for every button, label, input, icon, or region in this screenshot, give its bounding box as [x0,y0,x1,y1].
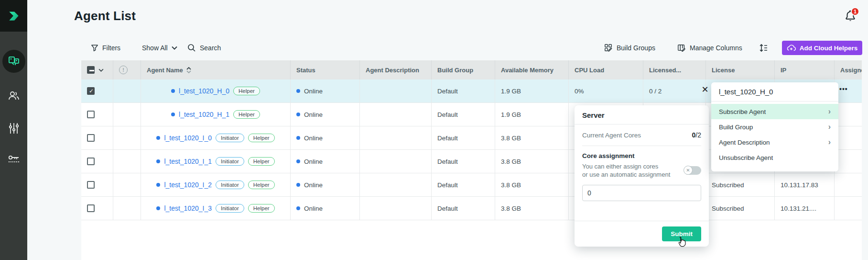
column-header-License[interactable]: License [706,60,775,79]
sidebar-item-license[interactable] [0,154,27,166]
row-checkbox[interactable] [87,111,95,118]
build-group-cell: Default [432,197,495,220]
row-checkbox[interactable] [87,204,95,212]
cores-input[interactable] [582,185,701,201]
agent-row[interactable]: l_test_1020_I_3InitiatorHelperOnlineDefa… [81,197,862,220]
manage-columns-label: Manage Columns [690,44,742,52]
current-cores-label: Current Agent Cores [582,132,641,139]
select-cell [81,150,113,173]
online-dot [296,89,300,93]
submenu-chevron-icon: › [828,107,831,116]
select-cell [81,126,113,149]
column-header-CPU Load[interactable]: CPU Load [569,60,643,79]
initiator-badge: Initiator [216,157,244,166]
column-label: Agent Description [366,67,419,74]
menu-item-label: Subscribe Agent [719,108,766,115]
sidebar-item-agents[interactable] [0,50,27,73]
column-header-Assigned[interactable]: Assigned [835,60,862,79]
submit-button[interactable]: Submit [662,226,701,241]
search-icon [187,44,196,52]
automatic-assignment-toggle[interactable]: ✕ [684,166,701,175]
search-input[interactable]: Search [187,41,221,55]
close-icon[interactable]: ✕ [700,84,710,95]
column-header-select[interactable] [81,60,113,79]
alert-cell [113,126,141,149]
column-header-Status[interactable]: Status [291,60,360,79]
menu-item-agent-description[interactable]: Agent Description› [711,135,838,150]
column-label: CPU Load [575,67,604,74]
licensed-cores-cell: 0 / 2 [643,79,706,102]
row-checkbox[interactable] [87,134,95,142]
agent-name-link[interactable]: l_test_1020_H_1 [179,111,229,118]
column-header-IP[interactable]: IP [775,60,835,79]
column-header-Agent Name[interactable]: Agent Name [141,60,291,79]
core-assignment-description: You can either assign cores or use an au… [582,162,670,179]
status-cell: Online [291,103,360,126]
assigned-cell [835,150,862,173]
column-header-alert[interactable]: ! [113,60,141,79]
show-all-dropdown[interactable]: Show All [142,41,177,55]
alert-cell [113,173,141,196]
show-all-label: Show All [142,44,168,52]
manage-columns-icon [677,44,686,52]
add-cloud-helpers-button[interactable]: Add Cloud Helpers [782,41,862,55]
menu-item-subscribe-agent[interactable]: Subscribe Agent› [711,104,838,119]
agent-status-dot [171,113,175,116]
memory-cell: 3.8 GB [495,150,569,173]
column-header-Build Group[interactable]: Build Group [432,60,495,79]
status-cell: Online [291,197,360,220]
notification-badge: 1 [851,7,859,16]
agent-name-cell: l_test_1020_H_1Helper [141,103,291,126]
description-cell [360,103,432,126]
row-checkbox[interactable] [87,158,95,165]
build-groups-icon [604,44,613,52]
menu-item-build-group[interactable]: Build Group› [711,119,838,135]
status-cell: Online [291,150,360,173]
sidebar-item-settings[interactable] [0,122,27,135]
build-group-cell: Default [432,79,495,102]
column-header-Licensed...[interactable]: Licensed... [643,60,706,79]
description-cell [360,126,432,149]
column-label: IP [781,67,786,74]
sort-icon[interactable] [186,67,191,73]
memory-cell: 3.8 GB [495,173,569,196]
row-checkbox[interactable] [87,87,95,95]
status-text: Online [304,205,323,212]
brand-logo[interactable] [0,0,27,32]
row-checkbox[interactable] [87,181,95,189]
agent-row[interactable]: l_test_1020_I_2InitiatorHelperOnlineDefa… [81,173,862,197]
filters-button[interactable]: Filters [91,41,120,55]
description-cell [360,197,432,220]
column-header-Available Memory[interactable]: Available Memory [495,60,569,79]
kebab-menu-icon[interactable]: ••• [839,85,848,93]
agent-context-menu: l_test_1020_H_0 Subscribe Agent›Build Gr… [711,82,838,171]
info-alert-icon: ! [119,66,128,74]
sidebar-item-users[interactable] [0,89,27,102]
build-group-cell: Default [432,126,495,149]
column-header-Agent Description[interactable]: Agent Description [360,60,432,79]
agent-name-link[interactable]: l_test_1020_I_2 [164,181,212,189]
alert-cell [113,79,141,102]
chevron-down-icon[interactable] [98,68,104,72]
build-groups-label: Build Groups [617,44,655,52]
description-cell [360,150,432,173]
row-height-button[interactable] [759,41,768,55]
core-assignment-title: Core assignment [575,146,709,162]
agent-status-dot [156,136,160,140]
current-cores-total: /2 [695,131,701,139]
memory-cell: 3.8 GB [495,197,569,220]
manage-columns-button[interactable]: Manage Columns [677,41,742,55]
status-cell: Online [291,126,360,149]
assigned-cell [835,79,862,102]
assigned-cell [835,126,862,149]
notifications-button[interactable]: 1 [844,10,858,24]
agent-name-link[interactable]: l_test_1020_I_1 [164,158,212,165]
build-groups-button[interactable]: Build Groups [604,41,655,55]
agent-name-link[interactable]: l_test_1020_I_3 [164,204,212,212]
agent-name-link[interactable]: l_test_1020_H_0 [179,87,229,95]
select-all-checkbox[interactable] [87,66,95,74]
menu-item-unsubscribe-agent[interactable]: Unsubscribe Agent [711,150,838,165]
helper-badge: Helper [248,204,275,213]
column-label: License [712,67,735,74]
agent-name-link[interactable]: l_test_1020_I_0 [164,134,212,142]
